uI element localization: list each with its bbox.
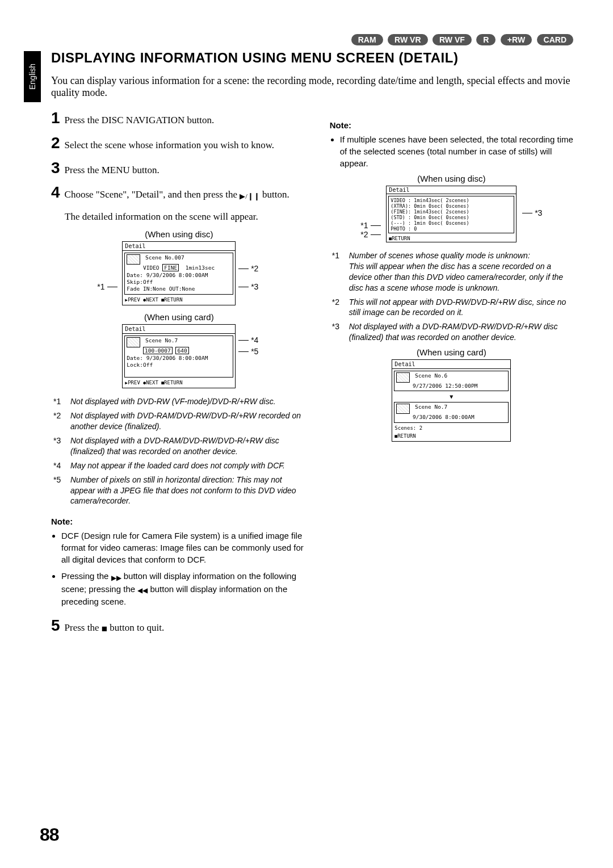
step-number-1: 1 (51, 110, 60, 126)
length: 1min13sec (186, 265, 215, 271)
fn-r-2: *2 (332, 297, 345, 318)
annot-5: *5 (238, 347, 258, 356)
next-label: NEXT (146, 297, 158, 303)
card-date: Date: 9/30/2006 8:00:00AM (127, 355, 208, 361)
return-label: RETURN (397, 433, 416, 439)
mc-row2: Scene No.7 9/30/2006 8:00:00AM (394, 402, 509, 422)
fn-r-1ta: Number of scenes whose quality mode is u… (349, 251, 530, 260)
fade-line: Fade IN:None OUT:None (127, 286, 195, 292)
page-title: DISPLAYING INFORMATION USING MENU SCREEN… (51, 50, 573, 66)
multi-card-diagram: Detail Scene No.6 9/27/2006 12:50:00PM ▼… (383, 359, 519, 442)
mc-row1: Scene No.6 9/27/2006 12:50:00PM (394, 371, 509, 391)
tag-card: CARD (537, 34, 573, 45)
mc-d7: 9/30/2006 8:00:00AM (413, 414, 475, 420)
fn-r-3t: Not displayed with a DVD-RAM/DVD-RW/DVD-… (349, 321, 573, 343)
step4-b: button. (260, 189, 289, 200)
date-line: Date: 9/30/2006 8:00:00AM (127, 272, 208, 278)
step5-b: button to quit. (107, 622, 164, 633)
prev-label: PREV (128, 297, 140, 303)
tag-r: R (476, 34, 496, 45)
step-3: 3 Press the MENU button. (51, 160, 307, 177)
step-text-5: Press the button to quit. (65, 621, 307, 635)
step4-a: Choose "Scene", "Detail", and then press… (65, 189, 240, 200)
note-dcf: DCF (Design rule for Camera File system)… (61, 530, 307, 565)
mc-count: Scenes: 2 (392, 425, 510, 433)
mc-s7: Scene No.7 (415, 404, 447, 410)
note-heading-left: Note: (51, 517, 307, 526)
scene-no: Scene No.007 (145, 254, 184, 261)
thumbnail-icon (127, 254, 140, 265)
note-list-left: DCF (Design rule for Camera File system)… (51, 530, 307, 607)
return-label: RETURN (164, 380, 183, 385)
multi-disc-diagram: Detail VIDEO : 1min43sec( 2scenes) (XTRA… (360, 186, 542, 242)
step-text-4: Choose "Scene", "Detail", and then press… (65, 188, 307, 202)
row-0: VIDEO : 1min43sec( 2scenes) (391, 198, 469, 203)
row-1: (XTRA): 0min 0sec( 0scenes) (391, 203, 469, 209)
m-annot-2: *2 (360, 230, 380, 239)
card-header: Detail (123, 325, 235, 334)
return-label: RETURN (164, 297, 183, 303)
note-list-right: If multiple scenes have been selected, t… (330, 133, 573, 169)
file-code: 100-0007 (143, 347, 173, 354)
fast-forward-icon (111, 571, 121, 583)
row-3: (STD) : 0min 0sec( 0scenes) (391, 215, 469, 220)
note-nav: Pressing the button will display informa… (61, 570, 307, 607)
step-2: 2 Select the scene whose information you… (51, 135, 307, 152)
fn-l-4: *4 (53, 460, 66, 471)
fn-l-2t: Not displayed with DVD-RAM/DVD-RW/DVD-R/… (70, 410, 307, 432)
thumbnail-icon (396, 404, 410, 414)
multi-disc-caption: (When using disc) (330, 174, 573, 183)
step4-sub: The detailed information on the scene wi… (65, 210, 307, 224)
step-number-5: 5 (51, 618, 60, 634)
play-pause-icon (240, 189, 260, 203)
annot-4: *4 (238, 336, 258, 345)
fn-l-1t: Not displayed with DVD-RW (VF-mode)/DVD-… (70, 396, 276, 407)
mc-header: Detail (392, 360, 510, 369)
arrow-down-icon: ▼ (392, 393, 510, 400)
card-caption: (When using card) (51, 312, 307, 322)
fn-r-1tb: This will appear when the disc has a sce… (349, 262, 563, 292)
rewind-icon (137, 584, 148, 596)
fn-r-1t: Number of scenes whose quality mode is u… (349, 250, 573, 293)
left-footnotes: *1Not displayed with DVD-RW (VF-mode)/DV… (51, 396, 307, 506)
disc-caption: (When using disc) (51, 229, 307, 239)
skip-line: Skip:Off (127, 279, 153, 285)
mc-footer: RETURN (392, 433, 510, 441)
step-text-1: Press the DISC NAVIGATION button. (65, 114, 307, 127)
mc-s6: Scene No.6 (415, 372, 447, 379)
multi-body: VIDEO : 1min43sec( 2scenes) (XTRA): 0min… (388, 196, 514, 233)
tag-ram: RAM (351, 34, 383, 45)
mc-d6: 9/27/2006 12:50:00PM (413, 383, 477, 389)
tag-plusrw: +RW (501, 34, 532, 45)
prev-label: PREV (128, 380, 140, 385)
stop-icon (102, 622, 107, 636)
thumbnail-icon (127, 337, 140, 347)
row-2: (FINE): 1min43sec( 2scenes) (391, 209, 469, 215)
detail-footer: PREV NEXT RETURN (123, 296, 235, 304)
thumbnail-icon (396, 372, 410, 383)
annot-1: *1 (97, 282, 117, 291)
right-column: Note: If multiple scenes have been selec… (330, 110, 573, 643)
intro-text: You can display various information for … (51, 75, 573, 99)
return-label: RETURN (392, 236, 410, 241)
fn-l-3t: Not displayed with a DVD-RAM/DVD-RW/DVD-… (70, 435, 307, 457)
multi-card-caption: (When using card) (330, 347, 573, 357)
fn-l-4t: May not appear if the loaded card does n… (70, 460, 285, 471)
m-annot-1: *1 (360, 221, 380, 230)
language-tab: English (24, 51, 41, 102)
fn-r-1: *1 (332, 250, 345, 293)
card-scene: Scene No.7 (145, 337, 178, 343)
step-1: 1 Press the DISC NAVIGATION button. (51, 110, 307, 127)
fn-l-5t: Number of pixels on still in horizontal … (70, 475, 307, 507)
note-nav-a: Pressing the (61, 571, 111, 581)
fn-r-2t: This will not appear with DVD-RW/DVD-R/+… (349, 297, 573, 318)
mode-box: FINE (162, 264, 179, 271)
fn-r-3: *3 (332, 321, 345, 343)
disc-diagram: Detail Scene No.007 VIDEO FINE 1min13sec… (99, 241, 258, 305)
fn-l-3: *3 (53, 435, 66, 457)
detail-header: Detail (123, 242, 235, 251)
card-footer: PREV NEXT RETURN (123, 379, 235, 387)
annot-2: *2 (238, 264, 258, 273)
left-column: 1 Press the DISC NAVIGATION button. 2 Se… (51, 110, 307, 643)
step-number-2: 2 (51, 135, 60, 151)
